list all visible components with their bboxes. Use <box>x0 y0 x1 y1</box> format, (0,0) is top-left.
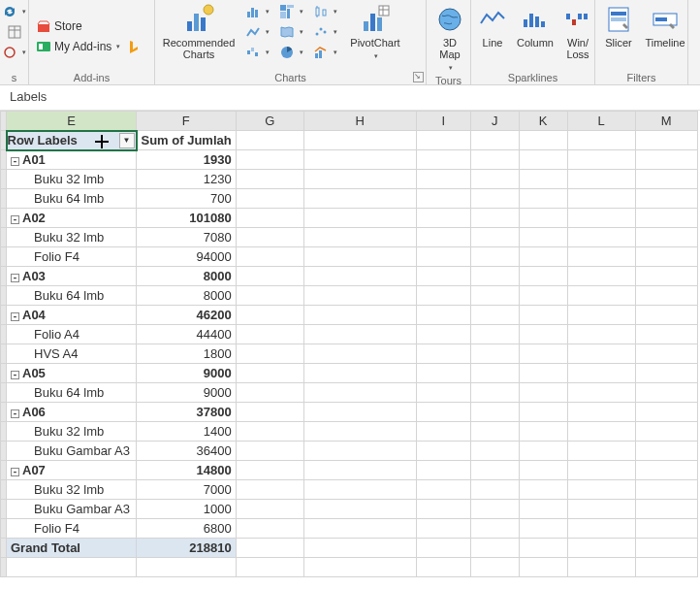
cell-blank[interactable] <box>236 558 303 577</box>
cell-blank[interactable] <box>567 228 635 247</box>
cell-blank[interactable] <box>635 228 697 247</box>
pivot-item-value[interactable]: 1400 <box>137 422 237 442</box>
cell-blank[interactable] <box>236 267 303 286</box>
cell-blank[interactable] <box>303 286 416 306</box>
cell-blank[interactable] <box>416 306 470 325</box>
pivot-group-A02[interactable]: -A02 <box>7 209 137 228</box>
cell-blank[interactable] <box>470 189 519 209</box>
unknown-button-3[interactable]: ▾ <box>0 43 29 62</box>
cell-blank[interactable] <box>519 286 567 306</box>
cell-blank[interactable] <box>635 286 697 306</box>
cell-blank[interactable] <box>236 403 303 422</box>
cell-blank[interactable] <box>519 344 567 364</box>
cell-blank[interactable] <box>416 539 470 558</box>
pivot-item-value[interactable]: 9000 <box>137 383 237 403</box>
cell-blank[interactable] <box>416 286 470 306</box>
cell-blank[interactable] <box>635 364 697 383</box>
cell-blank[interactable] <box>470 228 519 247</box>
map-chart-button[interactable]: ▾ <box>276 22 306 42</box>
cell-blank[interactable] <box>470 286 519 306</box>
cell-blank[interactable] <box>470 519 519 539</box>
cell-blank[interactable] <box>519 189 567 209</box>
cell-blank[interactable] <box>7 558 137 577</box>
cell-blank[interactable] <box>236 364 303 383</box>
cell-blank[interactable] <box>519 422 567 442</box>
col-header-H[interactable]: H <box>303 112 416 131</box>
cell-blank[interactable] <box>303 364 416 383</box>
cell-blank[interactable] <box>470 150 519 170</box>
cell-blank[interactable] <box>567 306 635 325</box>
cell-blank[interactable] <box>416 558 470 577</box>
cell-blank[interactable] <box>567 364 635 383</box>
pivot-item-value[interactable]: 7080 <box>137 228 237 247</box>
store-button[interactable]: Store <box>33 16 85 36</box>
cell-blank[interactable] <box>416 267 470 286</box>
col-header-M[interactable]: M <box>635 112 697 131</box>
cell-blank[interactable] <box>303 228 416 247</box>
pivot-item-value[interactable]: 1230 <box>137 170 237 189</box>
cell-blank[interactable] <box>567 209 635 228</box>
cell-blank[interactable] <box>470 442 519 461</box>
cell-blank[interactable] <box>635 267 697 286</box>
cell-blank[interactable] <box>303 170 416 189</box>
pivot-group-A05-total[interactable]: 9000 <box>137 364 237 383</box>
pivot-item[interactable]: Folio F4 <box>7 519 137 539</box>
pivot-group-A07[interactable]: -A07 <box>7 461 137 480</box>
col-header-J[interactable]: J <box>470 112 519 131</box>
cell-blank[interactable] <box>416 170 470 189</box>
cell-blank[interactable] <box>567 383 635 403</box>
cell-blank[interactable] <box>567 558 635 577</box>
col-header-L[interactable]: L <box>567 112 635 131</box>
pivot-item[interactable]: Folio F4 <box>7 247 137 267</box>
cell-blank[interactable] <box>416 500 470 519</box>
cell-blank[interactable] <box>470 247 519 267</box>
cell-blank[interactable] <box>567 539 635 558</box>
cell-blank[interactable] <box>137 558 237 577</box>
pivot-group-A06-total[interactable]: 37800 <box>137 403 237 422</box>
cell-blank[interactable] <box>416 247 470 267</box>
cell-blank[interactable] <box>567 131 635 150</box>
cell-blank[interactable] <box>519 131 567 150</box>
cell-blank[interactable] <box>519 325 567 344</box>
cell-blank[interactable] <box>519 403 567 422</box>
waterfall-chart-button[interactable]: ▾ <box>242 43 272 62</box>
cell-blank[interactable] <box>635 150 697 170</box>
cell-blank[interactable] <box>567 403 635 422</box>
cell-blank[interactable] <box>635 344 697 364</box>
col-header-G[interactable]: G <box>236 112 303 131</box>
cell-blank[interactable] <box>236 461 303 480</box>
cell-blank[interactable] <box>303 539 416 558</box>
bar-chart-button[interactable]: ▾ <box>242 2 272 21</box>
cell-blank[interactable] <box>470 267 519 286</box>
pivot-item[interactable]: Buku 64 lmb <box>7 383 137 403</box>
cell-blank[interactable] <box>236 480 303 500</box>
pivot-item-value[interactable]: 1000 <box>137 500 237 519</box>
cell-blank[interactable] <box>416 461 470 480</box>
cell-blank[interactable] <box>303 442 416 461</box>
cell-blank[interactable] <box>416 480 470 500</box>
collapse-icon[interactable]: - <box>11 274 19 282</box>
pivot-item[interactable]: Buku 64 lmb <box>7 189 137 209</box>
cell-blank[interactable] <box>567 422 635 442</box>
cell-blank[interactable] <box>236 286 303 306</box>
cell-blank[interactable] <box>635 403 697 422</box>
cell-blank[interactable] <box>416 209 470 228</box>
pivot-item-value[interactable]: 94000 <box>137 247 237 267</box>
cell-blank[interactable] <box>470 306 519 325</box>
pivot-item[interactable]: Buku 32 lmb <box>7 228 137 247</box>
my-addins-button[interactable]: My Add-ins ▾ <box>33 37 123 56</box>
cell-blank[interactable] <box>567 461 635 480</box>
bing-button[interactable] <box>123 37 144 56</box>
cell-blank[interactable] <box>470 480 519 500</box>
pivotchart-button[interactable]: PivotChart▾ <box>344 2 406 62</box>
cell-blank[interactable] <box>303 558 416 577</box>
cell-blank[interactable] <box>567 189 635 209</box>
cell-blank[interactable] <box>470 539 519 558</box>
filter-dropdown-icon[interactable]: ▼ <box>119 133 135 148</box>
cell-blank[interactable] <box>470 209 519 228</box>
cell-blank[interactable] <box>635 519 697 539</box>
cell-blank[interactable] <box>519 267 567 286</box>
cell-blank[interactable] <box>635 306 697 325</box>
pivot-group-A04-total[interactable]: 46200 <box>137 306 237 325</box>
cell-blank[interactable] <box>470 461 519 480</box>
